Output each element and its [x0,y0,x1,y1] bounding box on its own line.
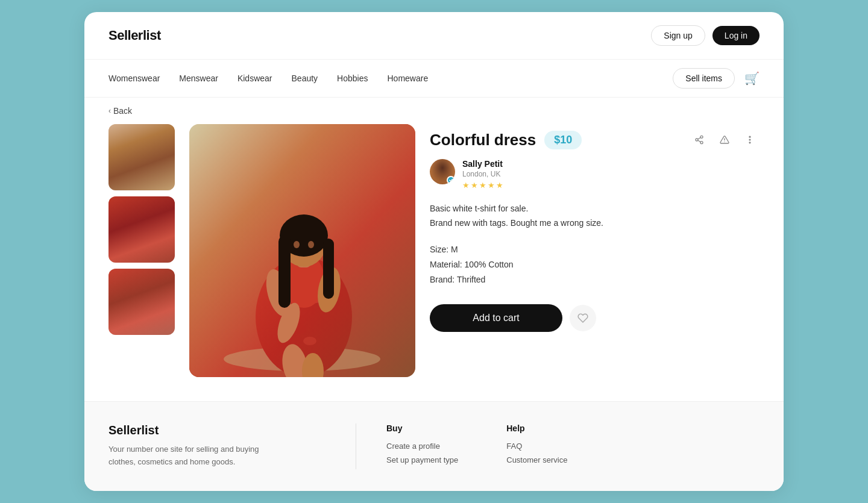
star-5: ★ [496,181,503,190]
svg-point-29 [749,142,750,143]
cart-row: Add to cart [430,304,760,332]
nav-items: Womenswear Menswear Kidswear Beauty Hobb… [108,73,653,83]
heart-icon [577,313,588,323]
nav-item-beauty[interactable]: Beauty [292,73,318,83]
nav-item-kidswear[interactable]: Kidswear [237,73,272,83]
back-button[interactable]: ‹ Back [108,106,132,116]
nav-item-womenswear[interactable]: Womenswear [108,73,160,83]
verified-badge [447,176,455,184]
footer-col-buy: Buy Create a profile Set up payment type [386,423,458,469]
footer-heading-help: Help [506,423,567,433]
footer-description: Your number one site for selling and buy… [108,443,277,469]
share-icon[interactable] [690,130,709,149]
star-rating: ★ ★ ★ ★ ★ [462,181,503,190]
footer-links: Buy Create a profile Set up payment type… [386,423,760,469]
main-content: Colorful dress $10 [84,124,784,401]
wishlist-button[interactable] [570,305,596,331]
footer-link-faq[interactable]: FAQ [506,442,567,451]
product-title: Colorful dress [430,131,536,149]
product-info: Colorful dress $10 [430,124,760,377]
main-image [189,124,415,377]
svg-point-6 [303,337,316,345]
footer-link-payment[interactable]: Set up payment type [386,455,458,464]
footer-logo: Sellerlist [108,423,326,437]
footer-link-create-profile[interactable]: Create a profile [386,442,458,451]
main-card: Sellerlist Sign up Log in Womenswear Men… [84,12,784,491]
desc-line-1: Basic white t-shirt for sale. [430,202,760,215]
svg-rect-16 [323,239,334,299]
footer-divider [356,423,356,469]
seller-location: London, UK [462,170,503,178]
svg-point-17 [294,241,300,248]
star-4: ★ [488,181,495,190]
breadcrumb: ‹ Back [84,98,784,124]
star-2: ★ [471,181,478,190]
product-description: Basic white t-shirt for sale. Brand new … [430,202,760,230]
star-3: ★ [479,181,486,190]
svg-point-18 [308,241,314,248]
price-badge: $10 [544,131,582,149]
star-1: ★ [462,181,470,190]
product-image-svg [189,124,415,377]
svg-point-27 [749,136,750,138]
product-specs: Size: M Material: 100% Cotton Brand: Thr… [430,242,760,288]
login-button[interactable]: Log in [712,26,760,45]
svg-line-24 [698,137,701,139]
thumbnail-2[interactable] [108,196,175,263]
report-icon[interactable] [715,130,734,149]
nav-right: Sell items 🛒 [673,68,760,89]
thumbnail-list [108,124,175,377]
footer-link-customer-service[interactable]: Customer service [506,455,567,464]
nav-item-hobbies[interactable]: Hobbies [337,73,368,83]
back-label: Back [113,106,132,116]
thumbnail-1[interactable] [108,124,175,190]
logo: Sellerlist [108,28,161,43]
header: Sellerlist Sign up Log in [84,12,784,60]
seller-name[interactable]: Sally Petit [462,159,503,169]
product-actions-icons [690,130,760,149]
footer-brand: Sellerlist Your number one site for sell… [108,423,326,469]
thumbnail-3[interactable] [108,269,175,335]
footer-heading-buy: Buy [386,423,458,433]
chevron-left-icon: ‹ [108,107,111,115]
product-title-price: Colorful dress $10 [430,131,582,149]
svg-rect-15 [278,236,291,308]
more-icon[interactable] [740,130,760,149]
sell-items-button[interactable]: Sell items [673,68,735,89]
cart-icon[interactable]: 🛒 [744,71,760,86]
add-to-cart-button[interactable]: Add to cart [430,304,562,332]
product-header: Colorful dress $10 [430,130,760,149]
svg-point-28 [749,139,750,140]
spec-size: Size: M [430,242,760,257]
footer-col-help: Help FAQ Customer service [506,423,567,469]
product-image [189,124,415,377]
header-actions: Sign up Log in [651,25,760,46]
spec-material: Material: 100% Cotton [430,257,760,272]
nav-item-homeware[interactable]: Homeware [387,73,428,83]
footer: Sellerlist Your number one site for sell… [84,401,784,491]
spec-brand: Brand: Thrifted [430,272,760,287]
desc-line-2: Brand new with tags. Bought me a wrong s… [430,216,760,230]
signup-button[interactable]: Sign up [651,25,705,46]
seller-details: Sally Petit London, UK ★ ★ ★ ★ ★ [462,159,503,190]
avatar[interactable] [430,159,455,184]
nav: Womenswear Menswear Kidswear Beauty Hobb… [84,60,784,98]
nav-item-menswear[interactable]: Menswear [179,73,218,83]
seller-info: Sally Petit London, UK ★ ★ ★ ★ ★ [430,159,760,190]
svg-line-23 [698,140,701,142]
